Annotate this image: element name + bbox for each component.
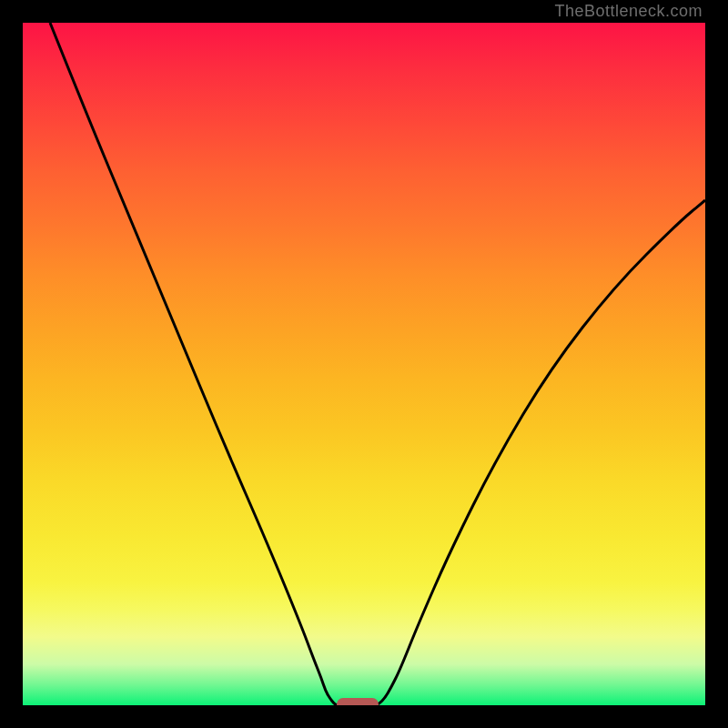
marker-layer	[23, 23, 705, 705]
optimal-marker	[337, 698, 379, 705]
watermark-text: TheBottleneck.com	[554, 2, 703, 21]
chart-container: TheBottleneck.com	[0, 0, 728, 728]
